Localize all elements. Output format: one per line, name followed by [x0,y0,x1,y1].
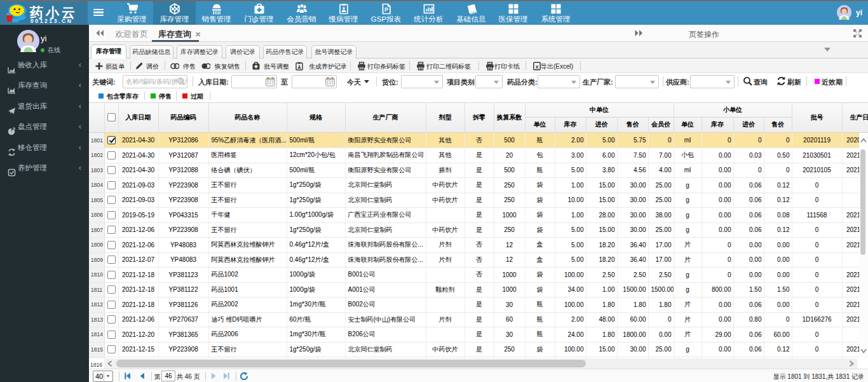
svg-text:P: P [384,6,388,13]
svg-text:x: x [536,64,539,70]
